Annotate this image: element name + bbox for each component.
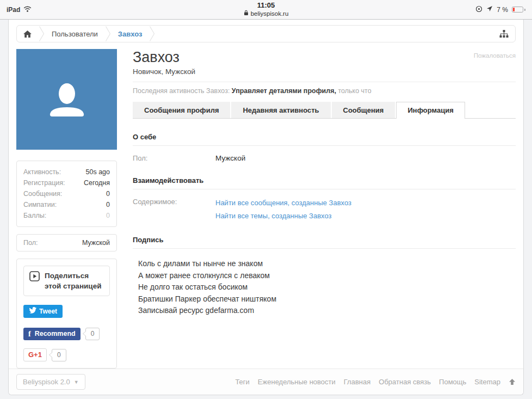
stat-label: Активность: bbox=[23, 167, 61, 177]
stat-row-points: Баллы: 0 bbox=[23, 210, 110, 221]
section-interact: Взаимодействовать Содержимое: Найти все … bbox=[133, 176, 516, 222]
facebook-count-badge: 0 bbox=[85, 328, 100, 340]
tab-profile-posts[interactable]: Сообщения профиля bbox=[133, 102, 230, 118]
about-gender-label: Пол: bbox=[133, 154, 215, 162]
facebook-recommend-button[interactable]: f Recommend bbox=[23, 328, 81, 340]
share-page-label: Поделиться этой страницей bbox=[45, 271, 104, 291]
twitter-icon bbox=[29, 307, 36, 315]
stat-value: Сегодня bbox=[84, 177, 110, 188]
person-icon bbox=[46, 77, 88, 122]
address-url: beliyspisok.ru bbox=[251, 10, 289, 17]
stat-value: 0 bbox=[106, 188, 110, 199]
gplus-button[interactable]: G+1 bbox=[23, 348, 47, 361]
battery-icon bbox=[512, 7, 523, 13]
stat-value: 50s ago bbox=[86, 167, 110, 177]
style-chooser-label: Beliyspisok 2.0 bbox=[23, 378, 70, 386]
scroll-to-top-icon[interactable] bbox=[509, 378, 516, 385]
stat-label: Регистрация: bbox=[23, 177, 65, 188]
breadcrumb-item-current[interactable]: Завхоз bbox=[118, 30, 143, 38]
breadcrumb-item-users[interactable]: Пользователи bbox=[52, 30, 98, 38]
stats-panel: Активность: 50s ago Регистрация: Сегодня… bbox=[16, 161, 117, 227]
footer-link-home[interactable]: Главная bbox=[344, 378, 370, 386]
last-activity-time: только что bbox=[338, 87, 372, 95]
signature-line: А может ранее столкнулся с леваком bbox=[138, 270, 516, 282]
page-title: Завхоз bbox=[133, 49, 195, 66]
stat-value: 0 bbox=[106, 199, 110, 210]
breadcrumb-separator-icon bbox=[150, 26, 154, 42]
facebook-icon: f bbox=[28, 330, 31, 337]
stat-row-registration: Регистрация: Сегодня bbox=[23, 177, 110, 188]
avatar[interactable] bbox=[16, 49, 117, 150]
tab-recent-activity[interactable]: Недавняя активность bbox=[231, 102, 330, 118]
battery-percent: 7 % bbox=[497, 6, 508, 14]
gender-value: Мужской bbox=[82, 239, 110, 247]
find-all-posts-link[interactable]: Найти все сообщения, созданные Завхоз bbox=[215, 198, 351, 208]
report-link[interactable]: Пожаловаться bbox=[474, 52, 516, 59]
stat-value: 0 bbox=[106, 210, 110, 221]
tab-postings[interactable]: Сообщения bbox=[332, 102, 395, 118]
home-icon[interactable] bbox=[23, 30, 32, 38]
stat-label: Симпатии: bbox=[23, 199, 57, 210]
section-about: О себе Пол: Мужской bbox=[133, 133, 516, 162]
status-time: 11:05 bbox=[0, 1, 532, 10]
ios-status-bar: iPad 11:05 beliyspisok.ru bbox=[0, 0, 532, 20]
share-page-button[interactable]: Поделиться этой страницей bbox=[23, 266, 110, 296]
section-title-interact: Взаимодействовать bbox=[133, 176, 516, 189]
last-activity-prefix: Последняя активность Завхоз: bbox=[133, 87, 230, 95]
footer-link-weekly-news[interactable]: Еженедельные новости bbox=[258, 378, 336, 386]
signature-line: Коль с дилами ты нынче не знаком bbox=[138, 258, 516, 270]
device-label: iPad bbox=[7, 6, 20, 14]
profile-sidebar: Активность: 50s ago Регистрация: Сегодня… bbox=[16, 49, 117, 369]
rotation-lock-icon bbox=[475, 5, 482, 14]
stat-row-messages: Сообщения: 0 bbox=[23, 188, 110, 199]
last-activity-action: Управляет деталями профиля, bbox=[232, 87, 336, 95]
share-panel: Поделиться этой страницей Tweet f bbox=[16, 259, 117, 369]
footer-link-tags[interactable]: Теги bbox=[235, 378, 249, 386]
gender-label: Пол: bbox=[23, 239, 38, 247]
facebook-recommend-label: Recommend bbox=[35, 330, 76, 337]
about-gender-row: Пол: Мужской bbox=[133, 146, 516, 162]
gender-panel: Пол: Мужской bbox=[16, 234, 117, 251]
chevron-down-icon: ▼ bbox=[74, 379, 79, 385]
find-all-threads-link[interactable]: Найти все темы, созданные Завхоз bbox=[215, 211, 351, 222]
location-icon bbox=[486, 5, 493, 14]
footer-link-contact[interactable]: Обратная связь bbox=[379, 378, 431, 386]
stat-label: Сообщения: bbox=[23, 188, 62, 199]
style-chooser-button[interactable]: Beliyspisok 2.0 ▼ bbox=[16, 374, 85, 390]
signature-line: Записывай ресурс gdefarma.com bbox=[138, 305, 516, 317]
tweet-button[interactable]: Tweet bbox=[23, 305, 63, 318]
lock-icon bbox=[244, 10, 249, 17]
stat-row-activity: Активность: 50s ago bbox=[23, 167, 110, 177]
section-signature: Подпись Коль с дилами ты нынче не знаком… bbox=[133, 236, 516, 317]
tweet-label: Tweet bbox=[39, 308, 57, 315]
interact-content-label: Содержимое: bbox=[133, 198, 215, 222]
stat-row-likes: Симпатии: 0 bbox=[23, 199, 110, 210]
interact-content-row: Содержимое: Найти все сообщения, созданн… bbox=[133, 189, 516, 222]
breadcrumb-separator-icon bbox=[39, 26, 44, 42]
footer-link-help[interactable]: Помощь bbox=[439, 378, 466, 386]
signature-line: Братишки Паркер обеспечат ништяком bbox=[138, 293, 516, 305]
footer-link-sitemap[interactable]: Sitemap bbox=[474, 378, 500, 386]
signature-line: Не долго так остаться босиком bbox=[138, 281, 516, 293]
breadcrumb-separator-icon bbox=[106, 26, 110, 42]
profile-tabs: Сообщения профиля Недавняя активность Со… bbox=[133, 102, 516, 119]
signature-text: Коль с дилами ты нынче не знаком А может… bbox=[133, 249, 516, 317]
user-subtitle: Новичок, Мужской bbox=[133, 67, 195, 76]
sitemap-icon[interactable] bbox=[499, 30, 509, 38]
share-play-icon bbox=[29, 271, 40, 284]
gplus-count-badge: 0 bbox=[52, 349, 66, 361]
breadcrumb: Пользователи Завхоз bbox=[16, 25, 516, 42]
section-title-signature: Подпись bbox=[133, 236, 516, 249]
stat-label: Баллы: bbox=[23, 210, 46, 221]
section-title-about: О себе bbox=[133, 133, 516, 146]
about-gender-value: Мужской bbox=[215, 154, 245, 162]
wifi-icon bbox=[23, 6, 32, 14]
tab-information[interactable]: Информация bbox=[396, 102, 465, 119]
last-activity-line: Последняя активность Завхоз: Управляет д… bbox=[133, 82, 516, 95]
page-card: Пользователи Завхоз bbox=[8, 20, 524, 395]
profile-main: Завхоз Новичок, Мужской Пожаловаться Пос… bbox=[133, 49, 516, 317]
page-footer: Beliyspisok 2.0 ▼ Теги Еженедельные ново… bbox=[9, 369, 523, 395]
